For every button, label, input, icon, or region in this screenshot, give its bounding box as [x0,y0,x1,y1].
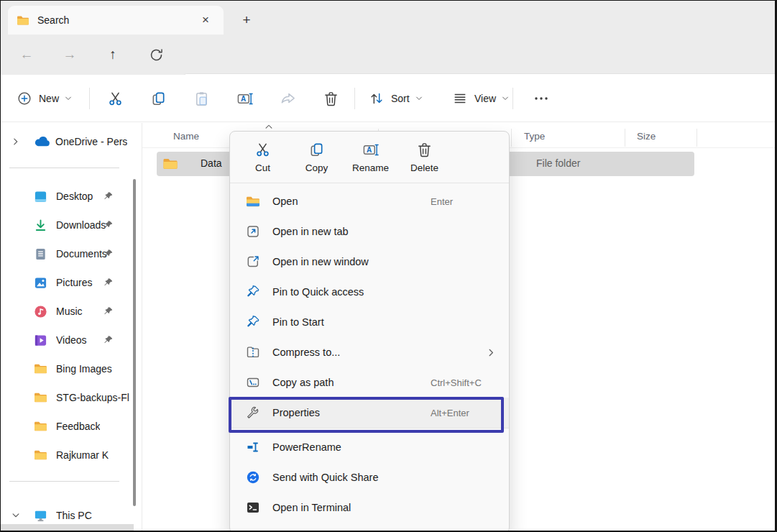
menu-item-quick-share[interactable]: Send with Quick Share [230,462,509,492]
rename-button[interactable] [230,86,259,111]
sidebar-item-stg-backups[interactable]: STG-backups-Fl [1,385,132,411]
sidebar-partial-row [1,524,134,531]
new-button[interactable]: New [14,86,75,111]
close-tab-icon[interactable]: × [196,11,215,29]
tab-bar: Search × + [1,1,775,35]
sidebar-item-pictures[interactable]: Pictures [1,270,132,295]
folder-icon [34,449,47,461]
powerrename-icon [246,440,260,454]
pin-icon [104,221,113,230]
menu-copy-button[interactable]: Copy [290,137,344,183]
menu-item-label: Copy as path [272,377,334,388]
delete-button[interactable] [316,86,345,111]
trash-icon [323,91,339,107]
column-header-name[interactable]: Name [173,131,199,142]
pin-icon [104,336,113,345]
back-button[interactable]: ← [14,42,40,67]
sidebar-item-label: Desktop [56,191,93,202]
column-separator[interactable] [696,129,697,147]
refresh-button[interactable] [143,42,169,67]
sidebar-item-documents[interactable]: Documents [1,241,132,267]
menu-scroll-up-icon[interactable] [264,121,274,132]
folder-icon [34,421,47,432]
sidebar-scrollbar[interactable] [133,179,136,506]
menu-cut-button[interactable]: Cut [236,137,290,183]
new-tab-button[interactable]: + [236,10,257,30]
menu-item-label: Open in Terminal [272,502,351,513]
view-icon [452,91,468,106]
sidebar-item-bing-images[interactable]: Bing Images [1,356,132,382]
sidebar-item-music[interactable]: Music [1,298,132,324]
quick-share-icon [246,470,260,485]
column-separator[interactable] [625,129,625,147]
column-header-size[interactable]: Size [637,131,656,142]
cut-button[interactable] [101,86,129,111]
navigation-pane: OneDrive - Pers Desktop Downloads Docume… [1,123,142,531]
sidebar-item-onedrive[interactable]: OneDrive - Pers [1,129,132,155]
menu-item-pin-to-start[interactable]: Pin to Start [230,307,509,337]
menu-item-properties[interactable]: Properties Alt+Enter [230,398,509,428]
menu-delete-button[interactable]: Delete [397,137,451,183]
sidebar-item-label: Pictures [56,277,93,288]
menu-item-shortcut: Enter [431,196,453,207]
context-menu: Cut Copy Rename Delete Open Enter [229,131,510,532]
plus-circle-icon [17,91,32,106]
desktop-icon [34,190,47,203]
menu-item-compress-to[interactable]: Compress to... [230,337,509,367]
toolbar-separator [354,88,355,109]
sidebar-item-feedback[interactable]: Feedback [1,413,132,439]
column-separator[interactable] [511,129,512,147]
quick-action-label: Copy [305,162,328,173]
menu-item-label: Send with Quick Share [272,472,379,483]
column-header-type[interactable]: Type [524,131,545,142]
menu-item-label: Open [272,196,298,207]
open-new-tab-icon [246,224,260,239]
menu-item-open-new-tab[interactable]: Open in new tab [230,216,509,247]
menu-item-open-in-terminal[interactable]: Open in Terminal [230,492,509,523]
folder-icon [34,363,47,375]
sidebar-item-label: OneDrive - Pers [55,136,127,147]
onedrive-cloud-icon [34,136,51,147]
music-icon [34,305,47,318]
cut-icon [107,91,124,107]
sidebar-item-label: Rajkumar K [56,449,109,461]
tab-title: Search [37,14,69,26]
more-options-icon [533,90,550,107]
menu-item-copy-as-path[interactable]: Copy as path Ctrl+Shift+C [230,367,509,398]
sidebar-item-desktop[interactable]: Desktop [1,183,132,209]
sidebar-item-videos[interactable]: Videos [1,327,132,353]
copy-button[interactable] [144,86,173,111]
view-button[interactable]: View [448,86,514,111]
downloads-icon [34,219,47,232]
folder-icon [162,157,178,170]
pin-icon [104,278,113,288]
sidebar-item-downloads[interactable]: Downloads [1,212,132,238]
sort-button[interactable]: Sort [364,86,428,111]
sidebar-item-label: Music [56,306,83,317]
menu-item-label: Pin to Start [272,316,324,328]
more-options-button[interactable] [527,86,556,111]
paste-button[interactable] [187,86,216,111]
up-button[interactable]: ↑ [100,42,126,67]
menu-rename-button[interactable]: Rename [344,137,397,183]
sidebar-item-rajkumar[interactable]: Rajkumar K [1,442,132,468]
menu-item-open[interactable]: Open Enter [230,186,509,216]
rename-icon [362,142,379,158]
pin-icon [104,307,113,316]
quick-actions-row: Cut Copy Rename Delete [230,132,509,183]
chevron-down-icon [501,94,510,103]
chevron-down-icon [64,94,73,103]
this-pc-icon [34,509,47,523]
share-button[interactable] [273,86,302,111]
pictures-icon [34,276,47,290]
pin-icon [246,285,260,298]
forward-button[interactable]: → [57,42,83,67]
copy-icon [308,142,325,158]
menu-item-powerrename[interactable]: PowerRename [230,432,509,462]
videos-icon [34,334,47,347]
menu-item-label: Compress to... [272,347,340,358]
tab-search[interactable]: Search × [8,6,224,35]
menu-item-open-new-window[interactable]: Open in new window [230,247,509,277]
copy-as-path-icon [246,375,260,390]
menu-item-pin-quick-access[interactable]: Pin to Quick access [230,277,509,307]
